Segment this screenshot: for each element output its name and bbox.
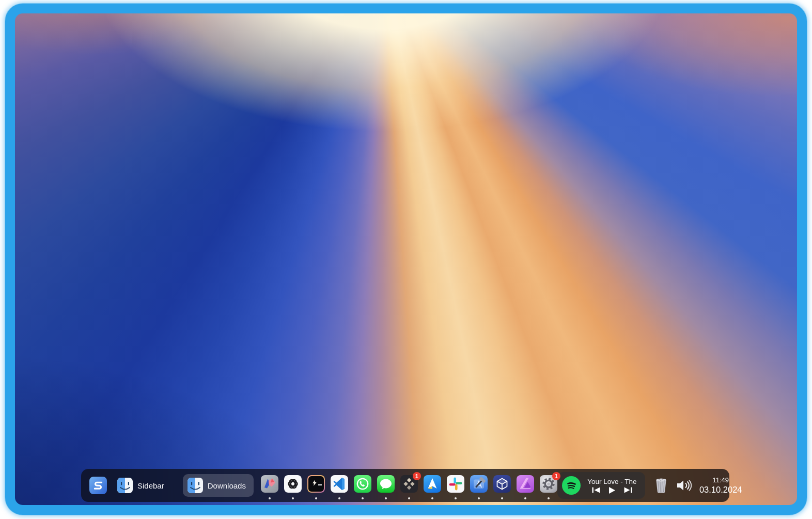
playback-controls <box>592 487 632 494</box>
previous-icon <box>592 487 600 493</box>
dock-app-spark[interactable] <box>424 469 441 502</box>
next-icon <box>624 487 632 493</box>
s-logo-icon <box>90 478 106 493</box>
whatsapp-icon <box>354 475 371 493</box>
now-playing-widget[interactable]: Your Love - The <box>557 472 645 499</box>
dock-launcher-s-app[interactable] <box>89 477 107 494</box>
running-indicator-dot <box>315 497 317 499</box>
dock-app-slack[interactable] <box>447 469 464 502</box>
dock-app-vscode[interactable] <box>331 469 348 502</box>
dock-app-messages[interactable] <box>377 469 395 502</box>
slack-icon <box>447 475 464 493</box>
running-indicator-dot <box>338 497 340 499</box>
play-button[interactable] <box>609 487 615 494</box>
running-indicator-dot <box>548 497 550 499</box>
dock-app-system-settings[interactable]: 1 <box>540 469 557 502</box>
chatgpt-icon <box>284 475 302 493</box>
finder-icon <box>117 478 133 493</box>
clock-time: 11:49 <box>699 476 742 484</box>
finder-icon <box>188 478 203 493</box>
taskbar-item-downloads[interactable]: Downloads <box>183 474 254 497</box>
running-indicator-dot <box>292 497 294 499</box>
terminal-cursor <box>318 484 322 486</box>
cube-3d-icon <box>493 475 511 493</box>
taskbar-item-sidebar[interactable]: Sidebar <box>117 478 164 493</box>
clock-widget[interactable]: 11:49 03.10.2024 <box>699 476 742 495</box>
dock-app-affinity[interactable] <box>517 469 534 502</box>
origami-shapes-icon <box>261 475 278 493</box>
running-indicator-dot <box>362 497 364 499</box>
dock-apps-section: 1 <box>261 469 557 502</box>
notification-badge: 1 <box>552 472 560 480</box>
running-indicator-dot <box>501 497 503 499</box>
dock-app-setapp[interactable]: 1 <box>400 469 418 502</box>
messages-bubble-icon <box>377 475 395 493</box>
dock-app-cube[interactable] <box>493 469 511 502</box>
dock-app-chatgpt[interactable] <box>284 469 302 502</box>
spotify-icon <box>562 476 581 495</box>
running-indicator-dot <box>408 497 410 499</box>
clock-date: 03.10.2024 <box>699 484 742 495</box>
dock-app-xcode[interactable] <box>470 469 488 502</box>
running-indicator-dot <box>431 497 433 499</box>
previous-track-button[interactable] <box>592 487 600 493</box>
running-indicator-dot <box>269 497 271 499</box>
vscode-icon <box>331 475 348 493</box>
dock-app-whatsapp[interactable] <box>354 469 371 502</box>
screen-frame: Sidebar Downloads <box>5 4 807 515</box>
running-indicator-dot <box>455 497 457 499</box>
volume-icon <box>676 479 692 492</box>
next-track-button[interactable] <box>624 487 632 493</box>
trash-icon <box>653 476 669 495</box>
notification-badge: 1 <box>413 472 421 480</box>
dock-app-origami[interactable] <box>261 469 278 502</box>
taskbar-item-label: Downloads <box>208 481 246 490</box>
lightning-bolt-icon <box>312 480 317 486</box>
dock-app-warp-terminal[interactable] <box>307 469 325 502</box>
affinity-aperture-icon <box>517 475 534 493</box>
desktop-wallpaper: Sidebar Downloads <box>15 13 797 505</box>
now-playing-track-title: Your Love - The <box>587 478 636 485</box>
taskbar-item-label: Sidebar <box>137 481 164 490</box>
xcode-hammer-icon <box>470 475 488 493</box>
dock-bar: Sidebar Downloads <box>81 469 729 502</box>
spark-paper-plane-icon <box>424 475 441 493</box>
volume-button[interactable] <box>676 479 692 492</box>
trash-button[interactable] <box>653 476 669 495</box>
running-indicator-dot <box>385 497 387 499</box>
play-icon <box>609 487 615 494</box>
running-indicator-dot <box>478 497 480 499</box>
running-indicator-dot <box>524 497 526 499</box>
